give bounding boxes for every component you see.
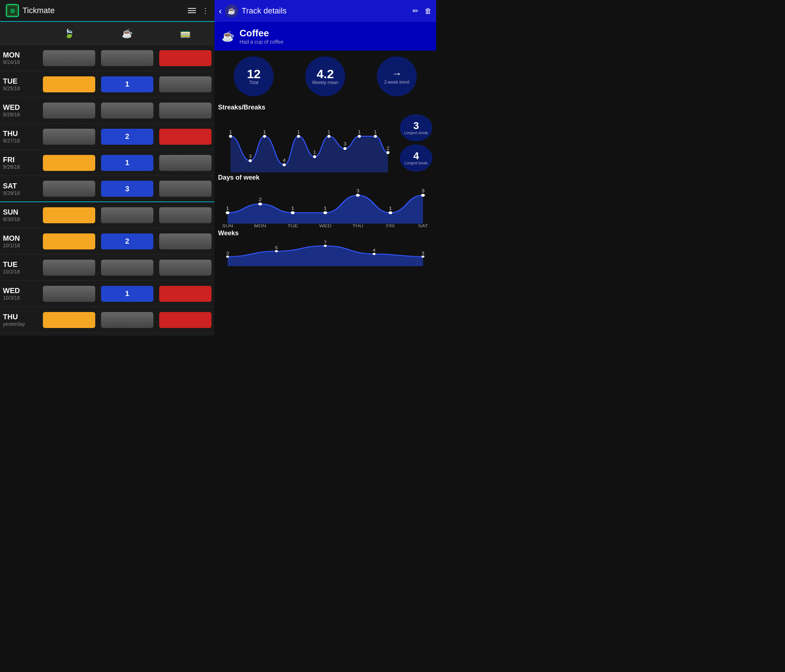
left-header: ⊞ Tickmate ⋮: [0, 0, 214, 22]
weeks-point: [275, 250, 278, 252]
cell-button[interactable]: [43, 286, 95, 302]
weekly-mean-value: 4.2: [317, 67, 334, 80]
dow-point: [388, 211, 392, 214]
cell-button[interactable]: [43, 155, 95, 171]
streak-label: 1: [263, 129, 266, 134]
cell-button[interactable]: 3: [101, 181, 153, 197]
cell-button[interactable]: [159, 129, 211, 145]
dow-value-label: 1: [226, 206, 229, 211]
dow-chart-svg: 1SUN2MON1TUE1WED3THU1FRI3SAT: [218, 184, 433, 228]
streaks-chart-container: 13141113112 3 Longest streak 4 Longest b…: [218, 114, 433, 172]
left-panel: ⊞ Tickmate ⋮ 🍃 ☕ 🚃 MON9/24/18TUE9/25/181…: [0, 0, 214, 336]
dow-point: [226, 211, 229, 214]
dow-day-label: THU: [352, 223, 363, 228]
day-cell: [40, 153, 98, 173]
day-label: THUyesterday: [0, 313, 40, 327]
dow-point: [324, 211, 327, 214]
day-cell: [156, 257, 214, 278]
streak-label: 1: [374, 129, 377, 134]
day-row: SUN9/30/18: [0, 202, 214, 229]
day-cell: [40, 231, 98, 252]
cell-button[interactable]: [43, 50, 95, 66]
trend-label: 2-week trend: [384, 80, 409, 85]
cell-button[interactable]: [159, 233, 211, 249]
cell-button[interactable]: [159, 260, 211, 276]
cell-button[interactable]: [101, 50, 153, 66]
day-label: MON10/1/18: [0, 234, 40, 248]
cell-button[interactable]: [43, 207, 95, 223]
day-cell: [40, 310, 98, 330]
day-label: SUN9/30/18: [0, 208, 40, 222]
day-label: TUE9/25/18: [0, 77, 40, 91]
weeks-value-label: 7: [324, 240, 327, 245]
dow-day-label: MON: [254, 223, 266, 228]
streaks-chart-svg: 13141113112: [218, 114, 397, 172]
day-cell: 3: [98, 179, 156, 199]
day-row: MON9/24/18: [0, 45, 214, 71]
cell-button[interactable]: [159, 155, 211, 171]
dow-value-label: 2: [258, 197, 262, 202]
cell-button[interactable]: [101, 207, 153, 223]
day-row: TUE9/25/181: [0, 71, 214, 97]
streaks-right: 3 Longest streak 4 Longest break: [397, 114, 433, 172]
right-header: ‹ ☕ Track details ✏ 🗑: [214, 0, 436, 22]
right-header-actions: ✏ 🗑: [413, 6, 432, 15]
day-cell: 2: [98, 231, 156, 252]
col-header-train: 🚃: [156, 22, 214, 45]
cell-button[interactable]: [159, 207, 211, 223]
cell-button[interactable]: 2: [101, 129, 153, 145]
hamburger-menu-icon[interactable]: [188, 8, 196, 13]
day-cell: [156, 74, 214, 94]
cell-button[interactable]: [43, 76, 95, 92]
cell-button[interactable]: 1: [101, 286, 153, 302]
day-cell: [98, 257, 156, 278]
streak-label: 1: [297, 129, 300, 134]
cell-button[interactable]: [101, 260, 153, 276]
column-headers: 🍃 ☕ 🚃: [0, 22, 214, 45]
app-title: Tickmate: [22, 6, 55, 15]
day-label: MON9/24/18: [0, 51, 40, 65]
day-cell: [40, 179, 98, 199]
track-header-icon: ☕: [225, 5, 238, 17]
cell-button[interactable]: [43, 103, 95, 119]
cell-button[interactable]: [159, 312, 211, 328]
weeks-value-label: 5: [275, 246, 278, 250]
streak-point: [263, 135, 266, 138]
day-cell: [40, 336, 98, 336]
weeks-value-label: 3: [226, 251, 229, 255]
cell-button[interactable]: [159, 103, 211, 119]
weeks-chart-svg: 35743: [218, 240, 433, 269]
cell-button[interactable]: 1: [101, 155, 153, 171]
cell-button[interactable]: [43, 233, 95, 249]
cell-button[interactable]: [101, 312, 153, 328]
day-cell: [40, 48, 98, 68]
cell-button[interactable]: 1: [101, 76, 153, 92]
cell-button[interactable]: [159, 181, 211, 197]
dow-value-label: 1: [324, 206, 327, 211]
cell-button[interactable]: [43, 181, 95, 197]
longest-break-value: 4: [413, 151, 419, 161]
cell-button[interactable]: [43, 312, 95, 328]
dow-section: Days of week 1SUN2MON1TUE1WED3THU1FRI3SA…: [214, 172, 436, 228]
delete-button[interactable]: 🗑: [424, 7, 432, 15]
weeks-title: Weeks: [214, 228, 436, 240]
streaks-section: Streaks/Breaks 13141113112 3 Longest str…: [214, 102, 436, 172]
overflow-menu-icon[interactable]: ⋮: [202, 6, 209, 15]
date-spacer: [0, 22, 40, 45]
cell-button[interactable]: [159, 50, 211, 66]
cell-button[interactable]: [101, 103, 153, 119]
trend-arrow-icon: →: [392, 68, 402, 80]
day-row: THUyesterday: [0, 307, 214, 333]
track-desc: Had a cup of coffee: [239, 39, 283, 45]
dow-chart-container: 1SUN2MON1TUE1WED3THU1FRI3SAT: [218, 184, 433, 228]
total-circle: 12 Total: [234, 56, 274, 96]
day-label: WED9/26/18: [0, 103, 40, 117]
track-name: Coffee: [239, 28, 283, 39]
cell-button[interactable]: [43, 129, 95, 145]
cell-button[interactable]: [43, 260, 95, 276]
back-button[interactable]: ‹: [219, 5, 222, 17]
cell-button[interactable]: [159, 76, 211, 92]
cell-button[interactable]: 2: [101, 233, 153, 249]
cell-button[interactable]: [159, 286, 211, 302]
edit-button[interactable]: ✏: [413, 6, 419, 15]
